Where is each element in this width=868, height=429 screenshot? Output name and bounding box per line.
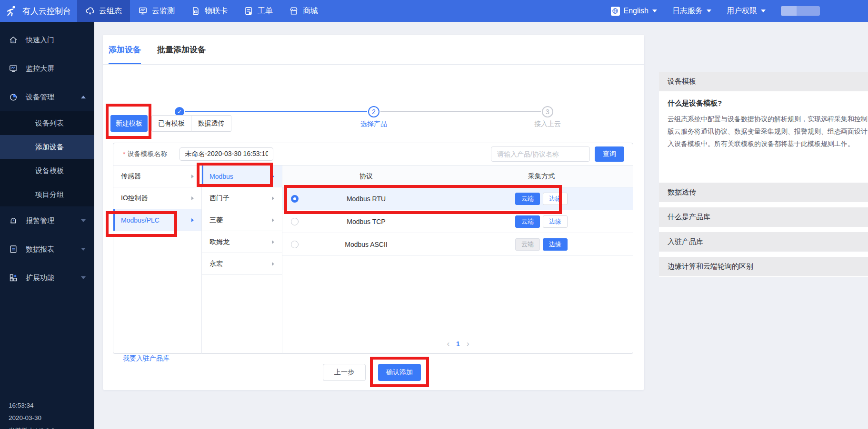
page-number[interactable]: 1 xyxy=(456,340,460,348)
category-io-controller[interactable]: IO控制器 xyxy=(113,187,201,209)
chevron-down-icon xyxy=(81,248,86,251)
sub-item-label: 添加设备 xyxy=(35,143,64,152)
arrow-right-icon xyxy=(191,196,194,200)
next-page-button[interactable]: › xyxy=(467,339,469,348)
prev-page-button[interactable]: ‹ xyxy=(447,339,449,348)
sidebar-item-device-management[interactable]: 设备管理 xyxy=(0,83,94,111)
help-section-what-is-product-library[interactable]: 什么是产品库 xyxy=(659,207,868,227)
category-browser: 传感器 IO控制器 Modbus/PLC Modbus xyxy=(113,166,633,354)
tab-add-device[interactable]: 添加设备 xyxy=(109,35,141,64)
chevron-down-icon xyxy=(81,219,86,222)
edge-mode-button[interactable]: 边缘 xyxy=(543,238,568,251)
brand-label: 欧姆龙 xyxy=(210,238,229,246)
help-section-data-passthrough[interactable]: 数据透传 xyxy=(659,183,868,202)
nav-item-work-order[interactable]: 工单 xyxy=(236,0,281,22)
edge-mode-button[interactable]: 边缘 xyxy=(543,215,568,228)
product-search-input[interactable] xyxy=(491,146,590,162)
brand-label: Modbus xyxy=(210,173,233,180)
category-modbus-plc[interactable]: Modbus/PLC xyxy=(113,209,201,231)
category-label: Modbus/PLC xyxy=(121,216,160,224)
protocol-table: 协议 采集方式 Modbus RTU 云端 边缘 Modbus TCP xyxy=(282,166,633,354)
chevron-up-icon xyxy=(81,96,86,98)
log-service-dropdown[interactable]: 日志服务 xyxy=(672,6,711,16)
cloud-mode-button[interactable]: 云端 xyxy=(515,193,540,205)
query-button[interactable]: 查询 xyxy=(595,146,624,162)
brand-siemens[interactable]: 西门子 xyxy=(202,187,282,209)
table-row-modbus-rtu[interactable]: Modbus RTU 云端 边缘 xyxy=(282,187,633,210)
template-mode-switch: 新建模板 已有模板 数据透传 xyxy=(110,115,231,132)
arrow-right-icon xyxy=(272,262,274,266)
sidebar-item-add-device[interactable]: 添加设备 xyxy=(0,135,94,159)
radio-unselected[interactable] xyxy=(291,218,299,225)
sidebar-item-quick-start[interactable]: 快速入门 xyxy=(0,26,94,54)
brand-modbus[interactable]: Modbus xyxy=(202,166,282,187)
user-permission-label: 用户权限 xyxy=(727,6,757,16)
table-row-modbus-tcp[interactable]: Modbus TCP 云端 边缘 xyxy=(282,210,633,233)
brand[interactable]: 有人云控制台 xyxy=(0,0,77,22)
brand-label: 永宏 xyxy=(210,260,223,268)
sidebar-item-project-group[interactable]: 项目分组 xyxy=(0,183,94,206)
language-dropdown[interactable]: English xyxy=(611,7,657,16)
username-redacted xyxy=(781,6,820,16)
main-card: 添加设备 批量添加设备 ✓ 2 3 基本信息 选择产品 接入上云 新建模板 已有… xyxy=(103,35,644,390)
category-sensor[interactable]: 传感器 xyxy=(113,166,201,187)
sidebar-item-extensions[interactable]: 扩展功能 xyxy=(0,263,94,292)
new-template-button[interactable]: 新建模板 xyxy=(110,115,148,132)
nav-item-mall[interactable]: 商城 xyxy=(281,0,326,22)
top-nav: 云组态 云监测 物联卡 xyxy=(77,0,326,22)
device-management-icon xyxy=(9,92,18,102)
table-row-modbus-ascii[interactable]: Modbus ASCII 云端 边缘 xyxy=(282,233,633,256)
step-connector-upcoming xyxy=(380,111,541,112)
sidebar-item-alarm-management[interactable]: 报警管理 xyxy=(0,206,94,235)
help-section-edge-vs-cloud[interactable]: 边缘计算和云端轮询的区别 xyxy=(659,257,868,276)
report-icon xyxy=(9,244,18,254)
sub-item-label: 设备模板 xyxy=(35,166,64,176)
brand-omron[interactable]: 欧姆龙 xyxy=(202,231,282,253)
step-connector-done xyxy=(185,111,367,112)
help-paragraph-line: 版云服务将通讯协议、数据变量采集规则、报警规则、组态画面设计 xyxy=(668,125,868,137)
previous-step-button[interactable]: 上一步 xyxy=(323,364,366,381)
sidebar-item-label: 监控大屏 xyxy=(26,64,54,73)
required-mark: * xyxy=(123,150,125,158)
data-passthrough-button[interactable]: 数据透传 xyxy=(191,115,231,132)
template-name-input[interactable] xyxy=(180,147,273,161)
edge-mode-button[interactable]: 边缘 xyxy=(543,193,568,205)
user-permission-dropdown[interactable]: 用户权限 xyxy=(727,6,766,16)
clock-time: 16:53:34 xyxy=(9,402,34,409)
nav-label: 工单 xyxy=(258,6,273,16)
log-service-label: 日志服务 xyxy=(672,6,703,16)
method-column-header: 采集方式 xyxy=(450,172,633,181)
chevron-down-icon xyxy=(707,10,711,12)
help-section-device-template[interactable]: 设备模板 xyxy=(659,72,868,91)
nav-item-iot-card[interactable]: 物联卡 xyxy=(183,0,236,22)
existing-template-button[interactable]: 已有模板 xyxy=(151,115,191,132)
cloud-mode-button[interactable]: 云端 xyxy=(515,238,540,251)
tab-batch-add-device[interactable]: 批量添加设备 xyxy=(157,35,206,64)
enter-product-library-link[interactable]: 我要入驻产品库 xyxy=(123,354,170,363)
sidebar-item-monitor-screen[interactable]: 监控大屏 xyxy=(0,54,94,83)
help-section-enter-product-library[interactable]: 入驻产品库 xyxy=(659,232,868,252)
top-right-controls: English 日志服务 用户权限 xyxy=(611,6,820,16)
confirm-add-button[interactable]: 确认添加 xyxy=(378,364,421,381)
mall-icon xyxy=(289,6,299,16)
help-section-content: 什么是设备模板? 云组态系统中配置与设备数据协议的解析规则，实现远程采集和控制 … xyxy=(659,91,868,183)
sub-item-label: 设备列表 xyxy=(35,119,64,128)
logo-icon xyxy=(6,5,18,17)
sidebar-item-device-template[interactable]: 设备模板 xyxy=(0,159,94,183)
app-root: 有人云控制台 云组态 xyxy=(0,0,868,429)
brand-fatek[interactable]: 永宏 xyxy=(202,253,282,275)
brand-mitsubishi[interactable]: 三菱 xyxy=(202,209,282,231)
cloud-mode-button[interactable]: 云端 xyxy=(515,215,540,228)
sidebar-item-label: 设备管理 xyxy=(26,93,54,102)
arrow-right-icon xyxy=(272,218,274,222)
nav-item-cloud-config[interactable]: 云组态 xyxy=(77,0,130,22)
sidebar-item-data-report[interactable]: 数据报表 xyxy=(0,235,94,263)
radio-selected[interactable] xyxy=(291,195,299,203)
sidebar-item-device-list[interactable]: 设备列表 xyxy=(0,111,94,135)
protocol-table-header: 协议 采集方式 xyxy=(282,166,633,187)
nav-item-cloud-monitor[interactable]: 云监测 xyxy=(130,0,183,22)
protocol-column-header: 协议 xyxy=(282,172,450,181)
arrow-right-icon xyxy=(272,240,274,244)
pagination: ‹1› xyxy=(283,339,633,349)
radio-unselected[interactable] xyxy=(291,241,299,248)
